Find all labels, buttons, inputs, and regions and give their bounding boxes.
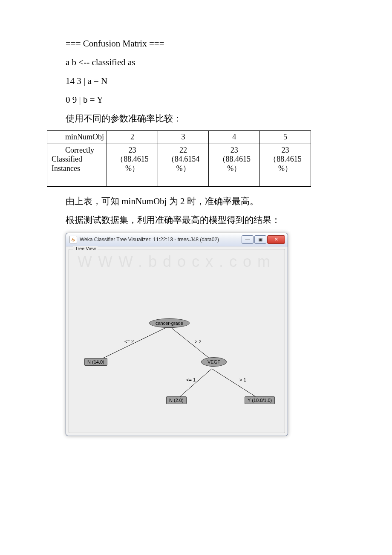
cell-3-count: 22 <box>179 146 187 154</box>
confusion-row-b: 0 9 | b = Y <box>47 90 345 109</box>
tree-leaf-y10[interactable]: Y (10.0/1.0) <box>245 396 275 404</box>
page: === Confusion Matrix === a b <-- classif… <box>0 0 392 453</box>
tree-leaf-n2[interactable]: N (2.0) <box>166 396 187 404</box>
col-2: 2 <box>107 131 158 144</box>
confusion-header: === Confusion Matrix === <box>47 34 345 53</box>
minimize-button[interactable]: — <box>242 235 254 244</box>
col-3: 3 <box>158 131 209 144</box>
conclusion-2: 根据测试数据集，利用准确率最高的模型得到的结果： <box>47 211 345 229</box>
edge-root-left: <= 2 <box>124 339 134 344</box>
conclusion-1: 由上表，可知 minNumObj 为 2 时，准确率最高。 <box>47 192 345 211</box>
cell-5: 23 （88.4615 %） <box>260 144 311 175</box>
window-buttons: — ▣ ✕ <box>242 235 285 244</box>
tree-edges <box>69 262 284 433</box>
cell-4: 23 （88.4615 %） <box>209 144 260 175</box>
java-icon: ♨ <box>69 236 77 243</box>
confusion-row-a: 14 3 | a = N <box>47 72 345 90</box>
row-correctly-classified: Correctly Classified Instances <box>47 144 107 175</box>
close-button[interactable]: ✕ <box>267 235 285 244</box>
svg-line-1 <box>169 326 212 360</box>
cell-4-count: 23 <box>231 146 238 154</box>
edge-vegf-left: <= 1 <box>186 377 196 382</box>
edge-vegf-right: > 1 <box>239 377 246 382</box>
edge-root-right: > 2 <box>195 339 202 344</box>
panel-label: Tree View <box>73 246 98 251</box>
cell-2-count: 23 <box>128 146 136 154</box>
table-empty-row <box>47 175 311 187</box>
svg-line-2 <box>178 369 212 399</box>
col-5: 5 <box>260 131 311 144</box>
svg-line-3 <box>212 369 259 399</box>
cell-2-pct: （88.4615 %） <box>116 155 149 173</box>
svg-line-0 <box>99 326 169 360</box>
col-4: 4 <box>209 131 260 144</box>
param-compare-table: minNumObj 2 3 4 5 Correctly Classified I… <box>47 130 311 187</box>
table-data-row: Correctly Classified Instances 23 （88.46… <box>47 144 311 175</box>
cell-5-pct: （88.4615 %） <box>269 155 302 173</box>
cell-2: 23 （88.4615 %） <box>107 144 158 175</box>
cell-3: 22 （84.6154 %） <box>158 144 209 175</box>
table-header-row: minNumObj 2 3 4 5 <box>47 131 311 144</box>
cell-5-count: 23 <box>282 146 289 154</box>
tree-leaf-n14[interactable]: N (14.0) <box>84 358 107 366</box>
param-compare-intro: 使用不同的参数准确率比较： <box>47 109 345 128</box>
col-minnumobj: minNumObj <box>47 131 107 144</box>
window-titlebar[interactable]: ♨ Weka Classifier Tree Visualizer: 11:22… <box>66 233 288 246</box>
col-minnumobj-label: minNumObj <box>52 133 104 142</box>
maximize-button[interactable]: ▣ <box>254 235 266 244</box>
confusion-legend: a b <-- classified as <box>47 53 345 72</box>
cell-3-pct: （84.6154 %） <box>167 155 200 173</box>
weka-window: ♨ Weka Classifier Tree Visualizer: 11:22… <box>66 233 288 436</box>
window-title: Weka Classifier Tree Visualizer: 11:22:1… <box>80 237 242 243</box>
cell-4-pct: （88.4615 %） <box>218 155 251 173</box>
row-label: Correctly Classified Instances <box>52 146 104 173</box>
tree-view-panel[interactable]: Tree View WWW.bdocx.com cancer-grade <= … <box>69 249 285 433</box>
